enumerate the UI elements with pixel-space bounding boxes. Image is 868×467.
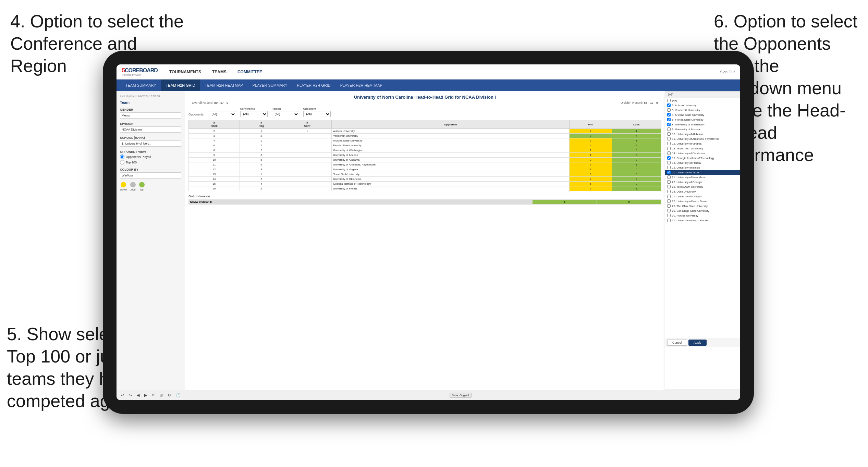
opponent-item[interactable]: 28. The Ohio State University (665, 204, 740, 208)
opponent-name: 31. University of North Florida (672, 219, 708, 222)
opponent-checkbox[interactable] (667, 132, 671, 136)
conference-select[interactable]: (All) (240, 111, 268, 117)
back-button[interactable]: ◀ (136, 393, 140, 398)
opponent-item[interactable]: 15. Georgia Institute of Technology (665, 156, 740, 160)
opponent-item[interactable]: 11. University of Arkansas, Fayetteville (665, 136, 740, 141)
opponent-checkbox[interactable] (667, 175, 671, 179)
opponent-item[interactable]: 23. Texas A&M University (665, 184, 740, 189)
tab-player-h2h-heatmap[interactable]: PLAYER H2H HEATMAP (335, 79, 387, 91)
opponent-checkbox[interactable] (667, 199, 671, 203)
opponent-checkbox[interactable] (667, 190, 671, 193)
opponent-checkbox[interactable] (667, 209, 671, 212)
opponent-checkbox[interactable] (667, 219, 671, 222)
opponent-checkbox[interactable] (667, 127, 671, 131)
opponent-item[interactable]: 18. University of Illinois (665, 165, 740, 170)
opponent-checkbox[interactable] (667, 195, 671, 198)
win-cell: 4 (570, 143, 612, 148)
nav-tournaments[interactable]: TOURNAMENTS (168, 69, 203, 75)
opponent-checkbox[interactable] (667, 161, 671, 164)
opponent-item[interactable]: 3. Vanderbilt University (665, 108, 740, 112)
colour-by-dropdown[interactable]: Win/loss (120, 172, 181, 179)
opponent-checkbox[interactable] (667, 166, 671, 169)
opponent-item[interactable]: 6. Florida State University (665, 117, 740, 122)
opponent-item[interactable]: 20. University of Texas (665, 170, 740, 175)
opponent-item[interactable]: 9. University of Arizona (665, 127, 740, 132)
loss-cell: 4 (612, 134, 661, 138)
opponent-item[interactable]: 21. University of New Mexico (665, 175, 740, 180)
opponent-checkbox[interactable] (667, 156, 671, 160)
opponent-item[interactable]: 8. University of Washington (665, 122, 740, 127)
opponent-checkbox[interactable] (667, 180, 671, 184)
main-content: Last Updated: 4/8/2024 16:55:38 Team Gen… (117, 91, 740, 390)
opponent-item[interactable]: (All) (665, 98, 740, 103)
opponent-item[interactable]: 14. University of Oklahoma (665, 151, 740, 156)
opponent-item[interactable]: 4. Arizona State University (665, 112, 740, 117)
opponent-checkbox[interactable] (667, 185, 671, 188)
win-cell: 1 (570, 153, 612, 158)
conf-cell (283, 158, 331, 162)
opponent-checkbox[interactable] (667, 123, 671, 126)
opponent-checkbox[interactable] (667, 151, 671, 155)
opponent-item[interactable]: 13. Texas Tech University (665, 146, 740, 151)
tab-team-summary[interactable]: TEAM SUMMARY (121, 79, 161, 91)
clock-button[interactable]: 🕐 (175, 393, 182, 398)
opponent-checkbox[interactable] (667, 103, 671, 107)
opponent-checkbox[interactable] (667, 214, 671, 217)
opponent-item[interactable]: 10. University of Alabama (665, 132, 740, 136)
table-row: 15 4 Georgia Institute of Technology 5 0 (189, 182, 661, 186)
refresh-button[interactable]: ⟳ (151, 393, 156, 398)
tab-player-summary[interactable]: PLAYER SUMMARY (248, 79, 292, 91)
opponent-checkbox[interactable] (667, 108, 671, 112)
opponent-item[interactable]: 12. University of Virginia (665, 141, 740, 146)
nav-teams[interactable]: TEAMS (211, 69, 228, 75)
conference-filter: Conference (All) (240, 107, 268, 117)
tab-team-h2h-heatmap[interactable]: TEAM H2H HEATMAP (200, 79, 248, 91)
opponent-list[interactable]: (All)2. Auburn University3. Vanderbilt U… (665, 98, 740, 338)
region-select[interactable]: (All) (272, 111, 299, 117)
conf-cell: 1 (283, 129, 331, 134)
opponent-item[interactable]: 30. Purdue University (665, 213, 740, 218)
school-dropdown[interactable]: 1. University of Nort... (120, 140, 181, 147)
opponent-item[interactable]: 24. Duke University (665, 189, 740, 194)
opponent-item[interactable]: 31. University of North Florida (665, 218, 740, 223)
home-button[interactable]: ⊞ (159, 393, 164, 398)
opponent-checkbox[interactable] (667, 147, 671, 150)
loss-cell: 1 (612, 138, 661, 143)
radio-top100-input[interactable] (120, 160, 124, 164)
opponent-checkbox[interactable] (667, 113, 671, 116)
opponent-item[interactable]: 27. University of Notre Dame (665, 199, 740, 204)
tab-player-h2h-grid[interactable]: PLAYER H2H GRID (292, 79, 335, 91)
division-dropdown[interactable]: NCAA Division I (120, 126, 181, 133)
cancel-button[interactable]: Cancel (667, 340, 687, 346)
radio-top100[interactable]: Top 100 (120, 160, 181, 164)
opponent-select[interactable]: (All) (303, 111, 331, 117)
loss-cell: 0 (612, 167, 661, 172)
reg-cell: 3 (240, 153, 283, 158)
forward-button[interactable]: ▶ (143, 393, 148, 398)
opponent-checkbox[interactable] (667, 118, 671, 121)
gender-dropdown[interactable]: Men's (120, 112, 181, 119)
undo-button[interactable]: ↩ (120, 393, 125, 398)
tab-team-h2h-grid[interactable]: TEAM H2H GRID (161, 79, 200, 91)
radio-opponents-played-input[interactable] (120, 155, 124, 159)
opponent-checkbox[interactable] (667, 204, 671, 208)
win-cell: 2 (570, 129, 612, 134)
opponent-item[interactable]: 2. Auburn University (665, 103, 740, 108)
opponent-item[interactable]: 16. University of Florida (665, 160, 740, 165)
opponent-item[interactable]: 29. San Diego State University (665, 208, 740, 213)
nav-committee[interactable]: COMMITTEE (236, 69, 264, 75)
opponent-checkbox[interactable] (667, 142, 671, 145)
radio-opponents-played[interactable]: Opponents Played (120, 155, 181, 159)
tablet-screen: 5COREBOARD Powered by Sport TOURNAMENTS … (117, 64, 740, 400)
apply-button[interactable]: Apply (688, 340, 707, 346)
opponents-select[interactable]: (All) (209, 111, 236, 117)
opponent-checkbox[interactable] (667, 171, 671, 174)
opponent-item[interactable]: 22. University of Georgia (665, 180, 740, 184)
sign-out[interactable]: Sign Out (720, 70, 735, 74)
rank-cell: 9 (189, 153, 240, 158)
redo-button[interactable]: ↪ (128, 393, 133, 398)
opponent-item[interactable]: 25. University of Oregon (665, 194, 740, 199)
opponent-checkbox[interactable] (667, 137, 671, 140)
opponent-checkbox[interactable] (667, 99, 671, 102)
settings-button[interactable]: ⚙ (167, 393, 172, 398)
